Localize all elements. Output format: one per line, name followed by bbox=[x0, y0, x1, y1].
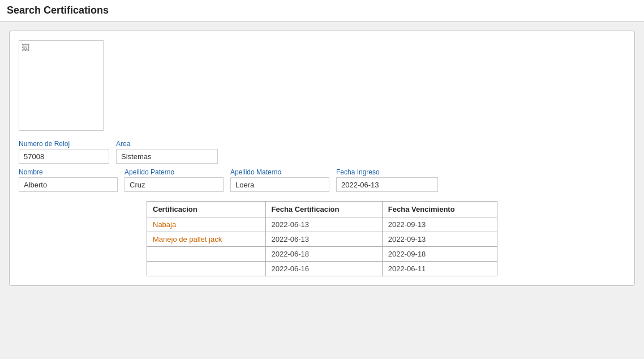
cert-name-cell[interactable]: Nabaja bbox=[147, 217, 266, 232]
apellido-paterno-input[interactable] bbox=[124, 177, 224, 192]
cert-table-header-row: Certificacion Fecha Certificacion Fecha … bbox=[147, 202, 497, 217]
cert-vencimiento-cell: 2022-09-13 bbox=[382, 217, 497, 232]
cert-vencimiento-cell: 2022-09-18 bbox=[382, 247, 497, 262]
nombre-input[interactable] bbox=[19, 177, 118, 192]
fields-section: Numero de Reloj Area Nombre Apellido Pat… bbox=[19, 140, 625, 192]
apellido-paterno-group: Apellido Paterno bbox=[124, 168, 224, 192]
col-certificacion: Certificacion bbox=[147, 202, 266, 217]
page-title: Search Certifications bbox=[7, 5, 109, 16]
col-fecha-certificacion: Fecha Certificacion bbox=[265, 202, 382, 217]
apellido-materno-group: Apellido Materno bbox=[230, 168, 329, 192]
table-row: 2022-06-162022-06-11 bbox=[147, 262, 497, 276]
main-card: Numero de Reloj Area Nombre Apellido Pat… bbox=[9, 31, 635, 286]
field-row-2: Nombre Apellido Paterno Apellido Materno… bbox=[19, 168, 625, 192]
cert-fecha-cell: 2022-06-18 bbox=[265, 247, 382, 262]
table-row: Nabaja2022-06-132022-09-13 bbox=[147, 217, 497, 232]
table-row: 2022-06-182022-09-18 bbox=[147, 247, 497, 262]
nombre-group: Nombre bbox=[19, 168, 118, 192]
cert-name-cell bbox=[147, 262, 266, 276]
cert-name-cell[interactable]: Manejo de pallet jack bbox=[147, 232, 266, 247]
cert-name-link[interactable]: Manejo de pallet jack bbox=[153, 235, 222, 243]
cert-vencimiento-cell: 2022-09-13 bbox=[382, 232, 497, 247]
cert-table-body: Nabaja2022-06-132022-09-13Manejo de pall… bbox=[147, 217, 497, 276]
numero-reloj-label: Numero de Reloj bbox=[19, 140, 109, 148]
numero-reloj-input[interactable] bbox=[19, 149, 109, 164]
numero-reloj-group: Numero de Reloj bbox=[19, 140, 109, 164]
certifications-table: Certificacion Fecha Certificacion Fecha … bbox=[147, 201, 497, 276]
fecha-ingreso-group: Fecha Ingreso bbox=[336, 168, 438, 192]
photo-placeholder-icon bbox=[22, 43, 29, 52]
field-row-1: Numero de Reloj Area bbox=[19, 140, 625, 164]
area-label: Area bbox=[116, 140, 218, 148]
page-header: Search Certifications bbox=[0, 0, 644, 22]
cert-fecha-cell: 2022-06-16 bbox=[265, 262, 382, 276]
page-content: Numero de Reloj Area Nombre Apellido Pat… bbox=[0, 22, 644, 295]
apellido-materno-label: Apellido Materno bbox=[230, 168, 329, 176]
nombre-label: Nombre bbox=[19, 168, 118, 176]
area-input[interactable] bbox=[116, 149, 218, 164]
col-fecha-vencimiento: Fecha Vencimiento bbox=[382, 202, 497, 217]
cert-table-head: Certificacion Fecha Certificacion Fecha … bbox=[147, 202, 497, 217]
fecha-ingreso-label: Fecha Ingreso bbox=[336, 168, 438, 176]
cert-fecha-cell: 2022-06-13 bbox=[265, 217, 382, 232]
table-row: Manejo de pallet jack2022-06-132022-09-1… bbox=[147, 232, 497, 247]
apellido-paterno-label: Apellido Paterno bbox=[124, 168, 224, 176]
cert-fecha-cell: 2022-06-13 bbox=[265, 232, 382, 247]
fecha-ingreso-input[interactable] bbox=[336, 177, 438, 192]
apellido-materno-input[interactable] bbox=[230, 177, 329, 192]
certifications-table-wrapper: Certificacion Fecha Certificacion Fecha … bbox=[19, 201, 625, 276]
cert-name-link[interactable]: Nabaja bbox=[153, 220, 176, 229]
employee-photo bbox=[19, 40, 104, 131]
cert-vencimiento-cell: 2022-06-11 bbox=[382, 262, 497, 276]
cert-name-cell bbox=[147, 247, 266, 262]
area-group: Area bbox=[116, 140, 218, 164]
